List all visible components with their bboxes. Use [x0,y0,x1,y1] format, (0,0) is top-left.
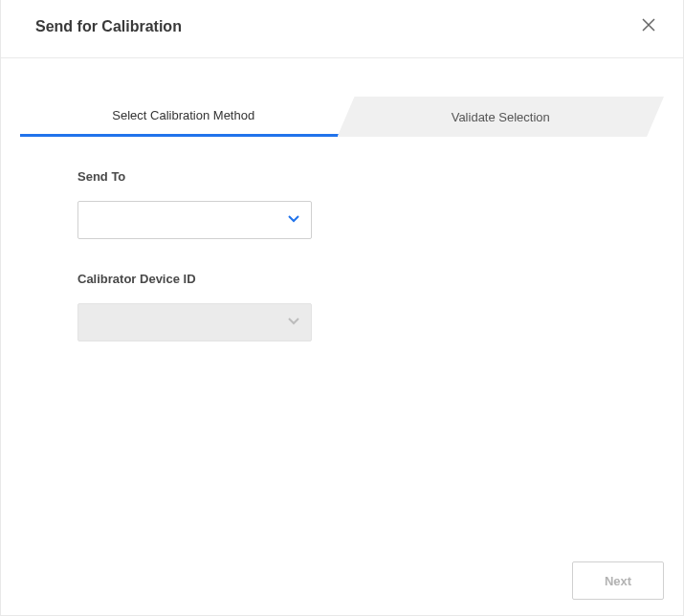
step-validate-selection[interactable]: Validate Selection [338,97,665,137]
form-area: Send To Calibrator Device ID [1,137,683,341]
modal-header: Send for Calibration [1,0,683,58]
device-id-select-wrap [77,303,312,341]
step-label: Validate Selection [452,110,550,124]
wizard-steps: Select Calibration Method Validate Selec… [20,97,664,137]
send-to-select[interactable] [77,201,312,239]
send-to-label: Send To [77,169,683,184]
modal-footer: Next [572,561,664,600]
step-label: Select Calibration Method [112,108,254,122]
step-select-method[interactable]: Select Calibration Method [20,97,347,137]
send-to-select-wrap [77,201,312,239]
close-button[interactable] [637,15,660,38]
device-id-label: Calibrator Device ID [77,272,683,286]
send-calibration-modal: Send for Calibration Select Calibration … [0,0,684,616]
send-to-group: Send To [77,169,683,239]
next-button[interactable]: Next [572,561,664,600]
device-id-group: Calibrator Device ID [77,272,683,341]
close-icon [641,17,656,36]
device-id-select [77,303,312,341]
modal-title: Send for Calibration [35,18,637,35]
next-button-label: Next [605,574,631,588]
